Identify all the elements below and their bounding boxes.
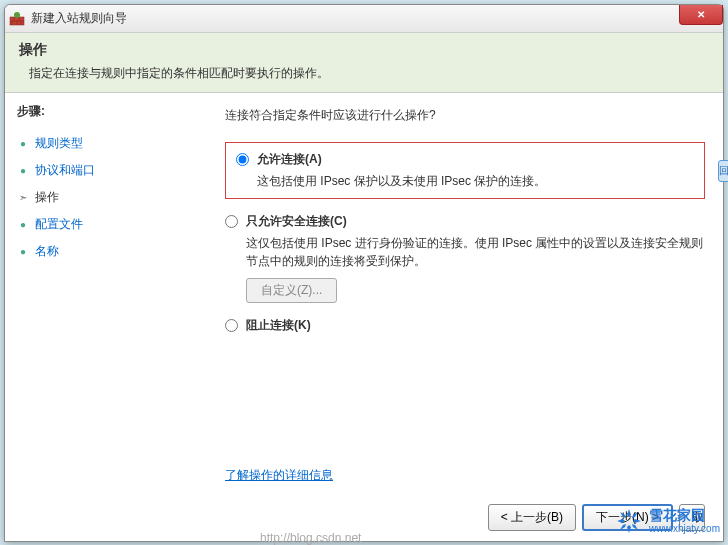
window-title: 新建入站规则向导 xyxy=(31,10,127,27)
watermark-url: www.xhjaty.com xyxy=(649,523,720,534)
header-panel: 操作 指定在连接与规则中指定的条件相匹配时要执行的操作。 xyxy=(5,33,723,93)
svg-point-7 xyxy=(14,12,20,18)
svg-marker-11 xyxy=(633,519,641,523)
wizard-window: 新建入站规则向导 操作 指定在连接与规则中指定的条件相匹配时要执行的操作。 步骤… xyxy=(4,4,724,542)
radio-block[interactable] xyxy=(225,319,238,332)
option-allow-secure-desc: 这仅包括使用 IPsec 进行身份验证的连接。使用 IPsec 属性中的设置以及… xyxy=(246,234,705,270)
customize-button: 自定义(Z)... xyxy=(246,278,337,303)
svg-marker-9 xyxy=(627,525,631,533)
svg-marker-12 xyxy=(620,512,626,518)
bullet-todo-icon: ● xyxy=(17,246,29,258)
option-allow-secure: 只允许安全连接(C) 这仅包括使用 IPsec 进行身份验证的连接。使用 IPs… xyxy=(225,213,705,303)
edge-tab[interactable]: 回 xyxy=(718,160,728,182)
page-description: 指定在连接与规则中指定的条件相匹配时要执行的操作。 xyxy=(19,65,709,82)
step-rule-type[interactable]: ● 规则类型 xyxy=(17,130,195,157)
watermark-brand: 雪花家园 xyxy=(649,508,720,523)
body: 步骤: ● 规则类型 ● 协议和端口 ➣ 操作 ● 配置文件 ● 名称 xyxy=(5,93,723,541)
steps-title: 步骤: xyxy=(17,103,195,120)
radio-allow-secure[interactable] xyxy=(225,215,238,228)
radio-allow[interactable] xyxy=(236,153,249,166)
learn-more-link[interactable]: 了解操作的详细信息 xyxy=(225,467,705,484)
page-title: 操作 xyxy=(19,41,709,59)
watermark-faint-url: http://blog.csdn.net xyxy=(260,531,361,545)
step-label: 名称 xyxy=(35,243,59,260)
step-protocol-port[interactable]: ● 协议和端口 xyxy=(17,157,195,184)
svg-marker-13 xyxy=(632,524,638,530)
back-button[interactable]: < 上一步(B) xyxy=(488,504,576,531)
titlebar: 新建入站规则向导 xyxy=(5,5,723,33)
steps-sidebar: 步骤: ● 规则类型 ● 协议和端口 ➣ 操作 ● 配置文件 ● 名称 xyxy=(5,93,207,541)
step-label: 协议和端口 xyxy=(35,162,95,179)
step-action[interactable]: ➣ 操作 xyxy=(17,184,195,211)
option-allow-desc: 这包括使用 IPsec 保护以及未使用 IPsec 保护的连接。 xyxy=(257,172,694,190)
step-label: 配置文件 xyxy=(35,216,83,233)
svg-marker-15 xyxy=(620,524,626,530)
bullet-done-icon: ● xyxy=(17,165,29,177)
option-allow-secure-label[interactable]: 只允许安全连接(C) xyxy=(246,213,347,230)
svg-marker-10 xyxy=(617,519,625,523)
watermark: 雪花家园 www.xhjaty.com xyxy=(615,507,720,535)
option-allow-label[interactable]: 允许连接(A) xyxy=(257,151,322,168)
step-label: 规则类型 xyxy=(35,135,83,152)
step-profile[interactable]: ● 配置文件 xyxy=(17,211,195,238)
bullet-todo-icon: ● xyxy=(17,219,29,231)
svg-marker-8 xyxy=(627,509,631,517)
main-panel: 连接符合指定条件时应该进行什么操作? 允许连接(A) 这包括使用 IPsec 保… xyxy=(207,93,723,541)
option-allow: 允许连接(A) 这包括使用 IPsec 保护以及未使用 IPsec 保护的连接。 xyxy=(225,142,705,199)
step-label: 操作 xyxy=(35,189,59,206)
bullet-done-icon: ● xyxy=(17,138,29,150)
option-block: 阻止连接(K) xyxy=(225,317,705,334)
svg-marker-14 xyxy=(632,512,638,518)
snowflake-icon xyxy=(615,507,643,535)
question-text: 连接符合指定条件时应该进行什么操作? xyxy=(225,107,705,124)
step-name[interactable]: ● 名称 xyxy=(17,238,195,265)
bullet-current-icon: ➣ xyxy=(17,192,29,204)
close-button[interactable] xyxy=(679,5,723,25)
option-block-label[interactable]: 阻止连接(K) xyxy=(246,317,311,334)
firewall-icon xyxy=(9,11,25,27)
